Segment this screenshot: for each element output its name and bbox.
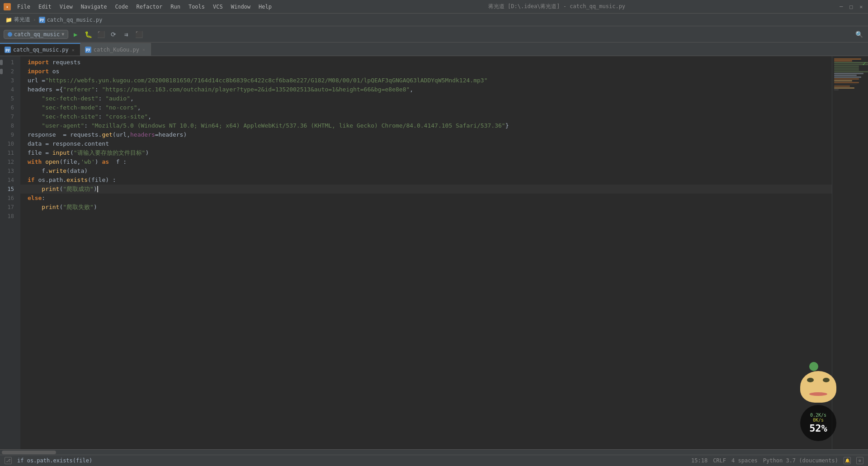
tab-icon-qq: py bbox=[5, 47, 11, 53]
line-num-16: 16 bbox=[0, 194, 17, 203]
project-name: 蒋光道 bbox=[14, 16, 30, 24]
editor-area: 1 2 3 4 5 6 7 8 9 10 11 12 13 14 15 16 1… bbox=[0, 56, 868, 449]
menu-vcs[interactable]: VCS bbox=[209, 3, 226, 11]
menu-view[interactable]: View bbox=[56, 3, 76, 11]
tab-icon-kugou: py bbox=[85, 47, 91, 53]
tabs-bar: py catch_qq_music.py ✕ py catch_KuGou.py… bbox=[0, 43, 868, 56]
minimap-content bbox=[832, 56, 868, 93]
language-mode[interactable]: Python 3.7 (doucuments) bbox=[763, 457, 838, 464]
tab-close-kugou[interactable]: ✕ bbox=[142, 47, 146, 52]
title-bar-left: ✦ File Edit View Navigate Code Refactor … bbox=[4, 3, 275, 11]
line-num-9: 9 bbox=[0, 130, 17, 139]
line-num-17: 17 bbox=[0, 203, 17, 212]
breadcrumb-separator: › bbox=[33, 17, 36, 23]
stop-button[interactable]: ⬛ bbox=[133, 29, 144, 40]
code-line-5: "sec-fetch-dest": "audio", bbox=[20, 94, 832, 103]
status-bar: ⎇ if os.path.exists(file) 15:18 CRLF 4 s… bbox=[0, 455, 868, 466]
minimize-button[interactable]: ─ bbox=[838, 4, 844, 10]
run-config-selector[interactable]: catch_qq_music ▼ bbox=[4, 30, 68, 39]
line-num-6: 6 bbox=[0, 103, 17, 112]
project-icon: 📁 bbox=[5, 17, 12, 23]
status-bar-left: ⎇ if os.path.exists(file) bbox=[5, 457, 92, 464]
menu-window[interactable]: Window bbox=[227, 3, 254, 11]
line-num-15: 15 bbox=[0, 185, 17, 194]
tab-close-qq[interactable]: ✕ bbox=[71, 47, 75, 53]
run-config-label: catch_qq_music bbox=[14, 31, 60, 38]
horizontal-scrollbar-thumb[interactable] bbox=[2, 451, 56, 454]
coverage-button[interactable]: ⬛ bbox=[95, 29, 106, 40]
code-editor[interactable]: import requests import os url ="https://… bbox=[20, 56, 832, 449]
line-num-2: 2 bbox=[0, 67, 17, 76]
debug-button[interactable]: 🐛 bbox=[83, 29, 94, 40]
line-ending[interactable]: CRLF bbox=[713, 457, 726, 464]
maximize-button[interactable]: □ bbox=[848, 4, 854, 10]
code-line-4: headers ={"referer": "https://music.163.… bbox=[20, 85, 832, 94]
code-line-15: print("爬取成功") bbox=[20, 185, 832, 194]
menu-run[interactable]: Run bbox=[167, 3, 184, 11]
cursor-position[interactable]: 15:18 bbox=[691, 457, 708, 464]
menu-tools[interactable]: Tools bbox=[185, 3, 208, 11]
menu-code[interactable]: Code bbox=[112, 3, 132, 11]
status-hint: if os.path.exists(file) bbox=[17, 457, 92, 464]
menu-bar: File Edit View Navigate Code Refactor Ru… bbox=[14, 3, 275, 11]
menu-help[interactable]: Help bbox=[255, 3, 275, 11]
run-config-dropdown-icon: ▼ bbox=[61, 32, 64, 37]
toolbar-right: 🔍 bbox=[854, 29, 864, 40]
status-bar-right: 15:18 CRLF 4 spaces Python 3.7 (doucumen… bbox=[691, 457, 863, 464]
line-num-4: 4 bbox=[0, 85, 17, 94]
menu-edit[interactable]: Edit bbox=[35, 3, 55, 11]
tab-catch-qq-music[interactable]: py catch_qq_music.py ✕ bbox=[0, 43, 80, 56]
code-line-11: file = input("请输入要存放的文件目标") bbox=[20, 148, 832, 157]
title-bar: ✦ File Edit View Navigate Code Refactor … bbox=[0, 0, 868, 14]
code-line-7: "sec-fetch-site": "cross-site", bbox=[20, 112, 832, 121]
line-num-10: 10 bbox=[0, 139, 17, 148]
concurrency-button[interactable]: ⇉ bbox=[121, 29, 132, 40]
memory-icon[interactable]: ⚙ bbox=[856, 457, 863, 464]
project-breadcrumb[interactable]: 📁 蒋光道 bbox=[5, 16, 30, 24]
tab-label-qq: catch_qq_music.py bbox=[13, 47, 69, 53]
line-num-18: 18 bbox=[0, 212, 17, 221]
line-num-13: 13 bbox=[0, 166, 17, 176]
close-button[interactable]: ✕ bbox=[858, 4, 864, 10]
menu-refactor[interactable]: Refactor bbox=[132, 3, 166, 11]
horizontal-scrollbar[interactable] bbox=[0, 449, 868, 455]
indentation[interactable]: 4 spaces bbox=[731, 457, 758, 464]
no-errors-indicator: ✓ bbox=[863, 60, 866, 67]
search-everywhere-button[interactable]: 🔍 bbox=[854, 29, 864, 40]
code-line-16: else: bbox=[20, 194, 832, 203]
file-breadcrumb[interactable]: py catch_qq_music.py bbox=[39, 17, 103, 23]
line-num-5: 5 bbox=[0, 94, 17, 103]
notifications-icon[interactable]: 🔔 bbox=[844, 457, 851, 464]
code-line-14: if os.path.exists(file) : bbox=[20, 176, 832, 185]
menu-navigate[interactable]: Navigate bbox=[77, 3, 111, 11]
file-name: catch_qq_music.py bbox=[47, 17, 103, 23]
code-line-9: response = requests.get(url,headers=head… bbox=[20, 130, 832, 139]
run-config-icon bbox=[8, 32, 12, 37]
code-line-13: f.write(data) bbox=[20, 166, 832, 176]
toolbar: catch_qq_music ▼ ▶ 🐛 ⬛ ⟳ ⇉ ⬛ 🔍 bbox=[0, 26, 868, 43]
window-title: 蒋光道 [D:\.idea\蒋光道] - catch_qq_music.py bbox=[488, 3, 625, 10]
line-num-11: 11 bbox=[0, 148, 17, 157]
code-line-18 bbox=[20, 212, 832, 221]
toolbar-left: catch_qq_music ▼ ▶ 🐛 ⬛ ⟳ ⇉ ⬛ bbox=[4, 29, 144, 40]
code-line-1: import requests bbox=[20, 58, 832, 67]
line-num-7: 7 bbox=[0, 112, 17, 121]
run-button[interactable]: ▶ bbox=[70, 29, 81, 40]
line-num-3: 3 bbox=[0, 76, 17, 85]
code-line-17: print("爬取失败") bbox=[20, 203, 832, 212]
profile-button[interactable]: ⟳ bbox=[108, 29, 119, 40]
code-line-10: data = response.content bbox=[20, 139, 832, 148]
tab-catch-kugou[interactable]: py catch_KuGou.py ✕ bbox=[80, 43, 151, 56]
line-num-14: 14 bbox=[0, 176, 17, 185]
code-line-6: "sec-fetch-mode": "no-cors", bbox=[20, 103, 832, 112]
menu-file[interactable]: File bbox=[14, 3, 34, 11]
line-num-8: 8 bbox=[0, 121, 17, 130]
code-line-2: import os bbox=[20, 67, 832, 76]
line-num-1: 1 bbox=[0, 58, 17, 67]
code-line-8: "user-agent": "Mozilla/5.0 (Windows NT 1… bbox=[20, 121, 832, 130]
breadcrumb-bar: 📁 蒋光道 › py catch_qq_music.py bbox=[0, 14, 868, 26]
vcs-status-icon[interactable]: ⎇ bbox=[5, 457, 12, 464]
line-numbers: 1 2 3 4 5 6 7 8 9 10 11 12 13 14 15 16 1… bbox=[0, 56, 20, 449]
python-file-icon: py bbox=[39, 17, 45, 23]
app-logo: ✦ bbox=[4, 3, 11, 10]
